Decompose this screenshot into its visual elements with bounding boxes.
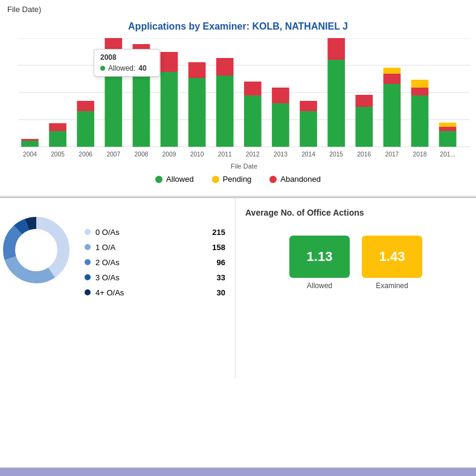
svg-text:2015: 2015 xyxy=(329,151,343,158)
bar-2014-allowed[interactable] xyxy=(300,111,317,147)
legend-label-pending: Pending xyxy=(223,175,252,184)
bar-2014-abandoned[interactable] xyxy=(300,101,317,111)
chart-tooltip: 2008 Allowed: 40 xyxy=(94,49,160,77)
bar-2017-allowed[interactable] xyxy=(384,84,401,147)
bar-2005-allowed[interactable] xyxy=(49,131,66,147)
metric-card-examined: 1.43 Examined xyxy=(362,236,422,290)
tooltip-row: Allowed: 40 xyxy=(100,64,153,72)
donut-area: 0 O/As 215 1 O/A 158 2 O/As 9 xyxy=(0,208,225,317)
bar-chart-container: 2008 Allowed: 40 2004 2005 xyxy=(0,38,476,171)
bar-2005-abandoned[interactable] xyxy=(49,123,66,131)
svg-text:2008: 2008 xyxy=(135,151,149,158)
header-subtitle: File Date) xyxy=(7,5,41,14)
bar-2004-abandoned[interactable] xyxy=(21,139,39,141)
svg-text:2014: 2014 xyxy=(301,151,315,158)
donut-legend-left-3: 3 O/As xyxy=(85,273,120,282)
metric-label-examined: Examined xyxy=(376,281,408,290)
donut-count-3oas: 33 xyxy=(207,273,225,282)
bar-2019-allowed[interactable] xyxy=(439,131,457,147)
metric-value-allowed: 1.13 xyxy=(307,249,333,265)
footer-bar xyxy=(0,468,476,476)
bar-2006-allowed[interactable] xyxy=(77,111,94,147)
metric-label-allowed: Allowed xyxy=(307,281,332,290)
donut-label-3oas: 3 O/As xyxy=(95,273,120,282)
donut-count-2oas: 96 xyxy=(207,258,225,267)
metric-card-allowed: 1.13 Allowed xyxy=(289,236,350,290)
metric-card-allowed-box: 1.13 xyxy=(289,236,350,278)
donut-dot-0oas xyxy=(85,229,91,235)
legend-dot-pending xyxy=(212,176,219,183)
legend-item-abandoned: Abandoned xyxy=(269,175,321,184)
donut-dot-1oa xyxy=(85,244,91,250)
bar-2008-allowed[interactable] xyxy=(133,68,150,147)
svg-text:2010: 2010 xyxy=(190,151,204,158)
donut-count-1oa: 158 xyxy=(207,243,225,252)
svg-text:2007: 2007 xyxy=(106,151,120,158)
bar-2013-abandoned[interactable] xyxy=(272,88,289,103)
metric-cards: 1.13 Allowed 1.43 Examined xyxy=(245,236,466,290)
donut-legend-item-3: 3 O/As 33 xyxy=(85,270,225,285)
legend-label-allowed: Allowed xyxy=(166,175,194,184)
right-panel: Average No. of Office Actions 1.13 Allow… xyxy=(236,198,476,378)
chart-title: Applications by Examiner: KOLB, NATHANIE… xyxy=(0,16,476,38)
bar-2016-allowed[interactable] xyxy=(355,107,373,147)
left-panel: 0 O/As 215 1 O/A 158 2 O/As 9 xyxy=(0,198,236,378)
svg-text:2011: 2011 xyxy=(218,151,232,158)
donut-legend-left-2: 2 O/As xyxy=(85,258,120,267)
bar-2012-abandoned[interactable] xyxy=(244,82,262,95)
bar-2006-abandoned[interactable] xyxy=(77,101,94,111)
donut-dot-2oas xyxy=(85,259,91,265)
bar-2009-abandoned[interactable] xyxy=(161,52,178,72)
donut-dot-4oas xyxy=(85,289,91,295)
legend-item-allowed: Allowed xyxy=(155,175,194,184)
donut-count-0oas: 215 xyxy=(207,228,225,237)
donut-legend-item-1: 1 O/A 158 xyxy=(85,240,225,255)
svg-text:2006: 2006 xyxy=(79,151,92,158)
donut-chart xyxy=(0,208,79,317)
legend-dot-allowed xyxy=(155,176,162,183)
bar-2015-abandoned[interactable] xyxy=(327,38,345,60)
bar-2011-allowed[interactable] xyxy=(216,76,234,147)
donut-label-1oa: 1 O/A xyxy=(95,243,115,252)
donut-label-2oas: 2 O/As xyxy=(95,258,120,267)
bar-2004-allowed[interactable] xyxy=(21,141,39,147)
bar-2018-abandoned[interactable] xyxy=(411,88,429,95)
donut-legend: 0 O/As 215 1 O/A 158 2 O/As 9 xyxy=(79,225,225,300)
bar-2015-allowed[interactable] xyxy=(327,60,345,147)
bar-2009-allowed[interactable] xyxy=(161,72,178,147)
svg-text:2009: 2009 xyxy=(162,151,176,158)
top-section: File Date) Applications by Examiner: KOL… xyxy=(0,0,476,197)
legend-label-abandoned: Abandoned xyxy=(280,175,321,184)
svg-text:2012: 2012 xyxy=(246,151,260,158)
bar-2019-abandoned[interactable] xyxy=(439,127,457,131)
donut-legend-left-1: 1 O/A xyxy=(85,243,115,252)
bar-2018-allowed[interactable] xyxy=(411,95,429,147)
bar-2011-abandoned[interactable] xyxy=(216,58,234,76)
chart-legend: Allowed Pending Abandoned xyxy=(0,171,476,188)
bottom-section: 0 O/As 215 1 O/A 158 2 O/As 9 xyxy=(0,197,476,378)
svg-text:2018: 2018 xyxy=(413,151,427,158)
donut-legend-item-4: 4+ O/As 30 xyxy=(85,285,225,300)
bar-2010-allowed[interactable] xyxy=(188,78,206,147)
svg-text:2004: 2004 xyxy=(23,151,37,158)
bar-2018-pending[interactable] xyxy=(411,80,429,88)
page-header: File Date) xyxy=(0,0,476,16)
bar-2010-abandoned[interactable] xyxy=(188,62,206,78)
bar-2017-abandoned[interactable] xyxy=(384,74,401,84)
tooltip-value: 40 xyxy=(138,64,146,72)
bar-2012-allowed[interactable] xyxy=(244,95,262,147)
tooltip-label: Allowed: xyxy=(108,64,135,72)
tooltip-year: 2008 xyxy=(100,53,153,62)
donut-label-0oas: 0 O/As xyxy=(95,228,120,237)
svg-text:2016: 2016 xyxy=(357,151,371,158)
bar-2017-pending[interactable] xyxy=(384,68,401,74)
metric-card-examined-box: 1.43 xyxy=(362,236,422,278)
svg-text:2005: 2005 xyxy=(51,151,65,158)
donut-count-4oas: 30 xyxy=(207,288,225,297)
svg-text:201...: 201... xyxy=(440,151,455,158)
bar-2016-abandoned[interactable] xyxy=(355,95,373,107)
bar-2013-allowed[interactable] xyxy=(272,103,289,147)
bar-2019-pending[interactable] xyxy=(439,123,457,127)
tooltip-dot xyxy=(100,66,105,71)
donut-legend-item-2: 2 O/As 96 xyxy=(85,255,225,270)
